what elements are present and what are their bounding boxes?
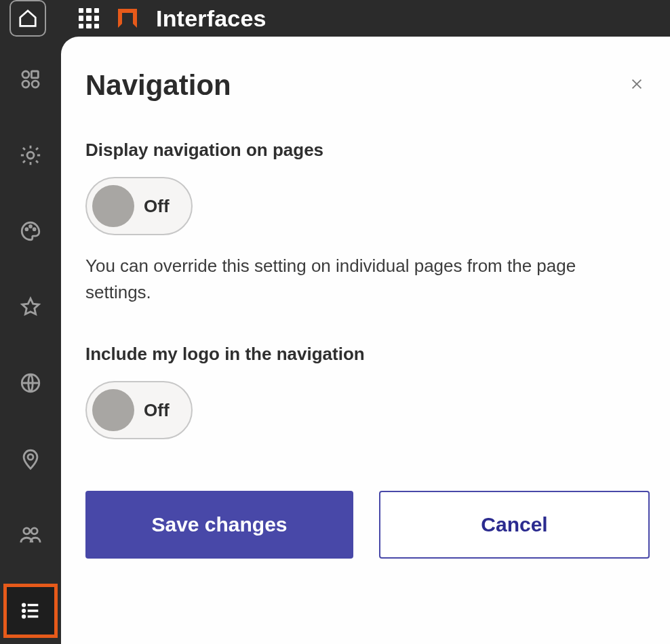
save-button[interactable]: Save changes bbox=[85, 491, 353, 559]
button-row: Save changes Cancel bbox=[85, 491, 650, 559]
svg-point-3 bbox=[32, 81, 39, 87]
toggle-knob bbox=[92, 185, 134, 227]
svg-point-6 bbox=[30, 226, 32, 228]
svg-point-7 bbox=[33, 228, 35, 230]
svg-point-5 bbox=[26, 228, 28, 230]
panel-title: Navigation bbox=[85, 69, 231, 102]
star-icon bbox=[19, 296, 42, 319]
section-display-navigation: Display navigation on pages Off You can … bbox=[85, 140, 650, 306]
shapes-icon bbox=[19, 68, 42, 91]
sidebar-item-favorites[interactable] bbox=[7, 283, 54, 331]
globe-icon bbox=[19, 371, 42, 395]
help-text: You can override this setting on individ… bbox=[85, 253, 642, 306]
section-label: Include my logo in the navigation bbox=[85, 344, 650, 365]
svg-point-0 bbox=[22, 71, 29, 78]
toggle-include-logo[interactable]: Off bbox=[85, 381, 193, 439]
home-button[interactable] bbox=[9, 0, 46, 37]
svg-rect-1 bbox=[31, 71, 38, 78]
sidebar-item-settings[interactable] bbox=[7, 132, 54, 179]
close-icon bbox=[629, 77, 644, 92]
svg-point-10 bbox=[24, 528, 30, 534]
svg-point-12 bbox=[22, 604, 24, 606]
main-area: Navigation Display navigation on pages O… bbox=[0, 37, 670, 644]
toggle-knob bbox=[92, 389, 134, 431]
home-icon bbox=[18, 8, 38, 28]
section-label: Display navigation on pages bbox=[85, 140, 650, 161]
apps-menu-button[interactable] bbox=[79, 8, 99, 28]
list-icon bbox=[19, 599, 42, 622]
svg-point-14 bbox=[22, 609, 24, 611]
brand-logo-icon bbox=[118, 9, 137, 28]
close-button[interactable] bbox=[624, 71, 650, 100]
gear-icon bbox=[19, 144, 42, 167]
svg-point-2 bbox=[22, 81, 29, 87]
toggle-state-label: Off bbox=[144, 196, 170, 217]
svg-point-9 bbox=[28, 454, 33, 460]
users-icon bbox=[19, 523, 42, 546]
cancel-button[interactable]: Cancel bbox=[379, 491, 650, 559]
toggle-state-label: Off bbox=[144, 400, 170, 421]
panel-header: Navigation bbox=[85, 69, 650, 102]
app-title: Interfaces bbox=[156, 5, 267, 32]
palette-icon bbox=[19, 220, 42, 243]
sidebar bbox=[0, 37, 61, 644]
sidebar-item-location[interactable] bbox=[7, 435, 54, 483]
sidebar-item-domain[interactable] bbox=[7, 359, 54, 407]
sidebar-item-users[interactable] bbox=[7, 511, 54, 559]
svg-point-4 bbox=[27, 152, 34, 159]
sidebar-item-integrations[interactable] bbox=[7, 56, 54, 103]
svg-point-16 bbox=[22, 616, 24, 618]
sidebar-item-theme[interactable] bbox=[7, 207, 54, 255]
pin-icon bbox=[19, 447, 42, 470]
settings-panel: Navigation Display navigation on pages O… bbox=[61, 37, 670, 644]
sidebar-item-navigation[interactable] bbox=[7, 587, 54, 635]
svg-point-11 bbox=[31, 528, 37, 534]
section-include-logo: Include my logo in the navigation Off bbox=[85, 344, 650, 439]
app-header: Interfaces bbox=[0, 0, 670, 37]
toggle-display-navigation[interactable]: Off bbox=[85, 177, 193, 235]
